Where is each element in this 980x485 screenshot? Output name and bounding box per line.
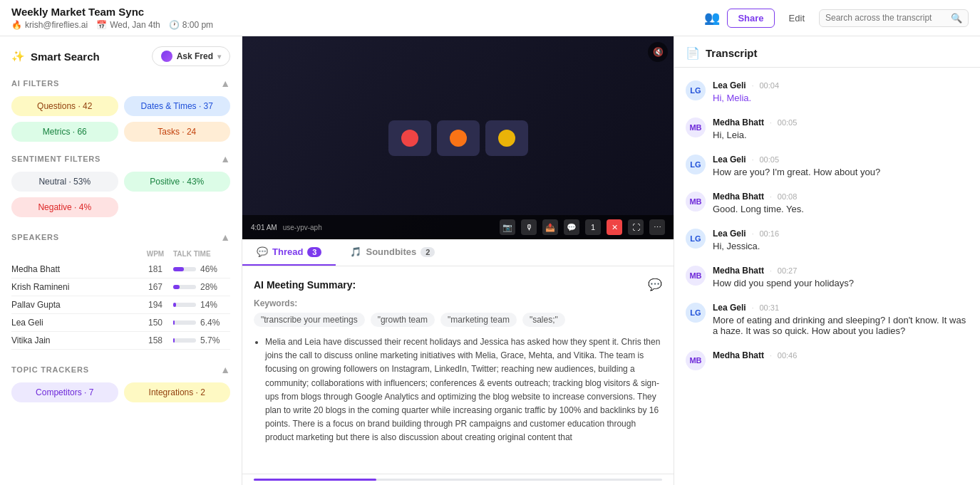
entry-name: Lea Geli — [713, 229, 746, 239]
chevron-down-icon: ▾ — [217, 53, 221, 61]
transcript-entry: LG Lea Geli · 00:16 Hi, Jessica. — [674, 221, 980, 259]
summary-list-item: Melia and Leia have discussed their rece… — [265, 335, 662, 445]
video-ctrl-cam[interactable]: 📷 — [500, 219, 515, 235]
entry-header: Medha Bhatt · 00:08 — [713, 192, 969, 202]
speaker-wpm-pallav: 194 — [138, 300, 173, 310]
video-ctrl-mic[interactable]: 🎙 — [521, 219, 537, 235]
tasks-filter-chip[interactable]: Tasks · 24 — [124, 122, 231, 142]
summary-body: Melia and Leia have discussed their rece… — [254, 335, 662, 445]
transcript-entry: MB Medha Bhatt · 00:27 How did you spend… — [674, 259, 980, 296]
speaker-row-lea: Lea Geli 150 6.4% — [11, 314, 230, 332]
transcript-search-bar: 🔍 — [819, 9, 969, 27]
ai-filters-title: AI FILTERS — [11, 79, 59, 88]
meta-user: 🔥 krish@fireflies.ai — [11, 20, 88, 30]
entry-dot: · — [752, 230, 754, 238]
topic-trackers-collapse-btn[interactable]: ▲ — [220, 364, 230, 375]
topic-trackers-header: TOPIC TRACKERS ▲ — [11, 360, 230, 380]
wpm-col-header: WPM — [138, 250, 173, 258]
speaker-talk-krish: 28% — [173, 282, 230, 292]
entry-content: Medha Bhatt · 00:27 How did you spend yo… — [713, 266, 969, 288]
competitors-topic-chip[interactable]: Competitors · 7 — [11, 382, 118, 402]
share-button[interactable]: Share — [727, 9, 774, 28]
speaker-name-krish: Krish Ramineni — [11, 282, 138, 292]
entry-content: Lea Geli · 00:16 Hi, Jessica. — [713, 229, 969, 251]
sentiment-filters-title: SENTIMENT FILTERS — [11, 155, 100, 163]
smart-search-header: ✨ Smart Search Ask Fred ▾ — [0, 36, 242, 73]
entry-header: Medha Bhatt · 00:27 — [713, 266, 969, 276]
ai-filters-collapse-btn[interactable]: ▲ — [220, 78, 230, 89]
transcript-entry: LG Lea Geli · 00:05 How are you? I'm gre… — [674, 147, 980, 184]
entry-dot: · — [752, 156, 754, 164]
entry-text: How did you spend your holidays? — [713, 278, 969, 288]
thread-tab[interactable]: 💬 Thread 3 — [242, 239, 336, 266]
metrics-filter-chip[interactable]: Metrics · 66 — [11, 122, 118, 142]
keyword-chip-2: "growth team — [371, 313, 435, 327]
progress-bar-row — [242, 474, 674, 485]
mute-button[interactable]: 🔇 — [648, 42, 668, 62]
entry-dot: · — [752, 304, 754, 312]
top-bar-meta: 🔥 krish@fireflies.ai 📅 Wed, Jan 4th 🕐 8:… — [11, 20, 213, 30]
transcript-search-input[interactable] — [825, 13, 947, 23]
questions-filter-chip[interactable]: Questions · 42 — [11, 96, 118, 116]
speaker-talk-lea: 6.4% — [173, 318, 230, 328]
speaker-wpm-vitika: 158 — [138, 335, 173, 345]
neutral-sentiment-chip[interactable]: Neutral · 53% — [11, 172, 118, 192]
entry-content: Lea Geli · 00:05 How are you? I'm great.… — [713, 155, 969, 177]
edit-button[interactable]: Edit — [782, 9, 812, 27]
entry-dot: · — [770, 193, 772, 201]
thread-icon: 💬 — [257, 246, 268, 257]
speaker-talk-vitika: 5.7% — [173, 335, 230, 345]
search-icon: 🔍 — [951, 13, 962, 24]
speaker-name-pallav: Pallav Gupta — [11, 300, 138, 310]
dates-times-filter-chip[interactable]: Dates & Times · 37 — [124, 96, 231, 116]
avatar: LG — [686, 80, 706, 100]
smart-search-label: ✨ Smart Search — [11, 50, 100, 63]
speaker-talk-pallav: 14% — [173, 300, 230, 310]
speakers-section: SPEAKERS ▲ WPM TALK TIME Medha Bhatt 181… — [0, 224, 242, 357]
entry-name: Lea Geli — [713, 80, 746, 90]
video-ctrl-end[interactable]: ✕ — [607, 219, 622, 235]
transcript-title: Transcript — [706, 47, 758, 59]
entry-name: Medha Bhatt — [713, 350, 764, 360]
video-ctrl-participants[interactable]: 1 — [585, 219, 601, 235]
ai-filters-header: AI FILTERS ▲ — [0, 73, 242, 93]
speaker-row-krish: Krish Ramineni 167 28% — [11, 278, 230, 296]
entry-name: Medha Bhatt — [713, 118, 764, 127]
speaker-wpm-medha: 181 — [138, 264, 173, 274]
keywords-row: "transcribe your meetings "growth team "… — [254, 313, 662, 327]
keyword-chip-3: "marketing team — [440, 313, 517, 327]
negative-sentiment-chip[interactable]: Negative · 4% — [11, 197, 118, 217]
page-title: Weekly Market Team Sync — [11, 6, 213, 18]
ask-fred-button[interactable]: Ask Fred ▾ — [152, 46, 230, 66]
entry-header: Lea Geli · 00:05 — [713, 155, 969, 165]
entry-header: Medha Bhatt · 00:46 — [713, 350, 969, 360]
video-ctrl-fullscreen[interactable]: ⛶ — [628, 219, 644, 235]
entry-dot: · — [752, 82, 754, 90]
clock-icon: 🕐 — [169, 20, 180, 30]
entry-time: 00:05 — [778, 118, 798, 127]
main-layout: ✨ Smart Search Ask Fred ▾ AI FILTERS ▲ Q… — [0, 36, 980, 485]
speaker-row-vitika: Vitika Jain 158 5.7% — [11, 332, 230, 350]
entry-header: Lea Geli · 00:04 — [713, 80, 969, 90]
speaker-talk-medha: 46% — [173, 264, 230, 274]
sentiment-filters-collapse-btn[interactable]: ▲ — [220, 153, 230, 165]
speaker-row-pallav: Pallav Gupta 194 14% — [11, 296, 230, 314]
keyword-chip-1: "transcribe your meetings — [254, 313, 365, 327]
entry-content: Medha Bhatt · 00:05 Hi, Leia. — [713, 118, 969, 140]
positive-sentiment-chip[interactable]: Positive · 43% — [124, 172, 231, 192]
summary-menu-button[interactable]: 💬 — [648, 278, 662, 291]
integrations-topic-chip[interactable]: Integrations · 2 — [124, 382, 231, 402]
speaker-wpm-krish: 167 — [138, 282, 173, 292]
speakers-collapse-btn[interactable]: ▲ — [220, 231, 230, 243]
soundbites-tab[interactable]: 🎵 Soundbites 2 — [336, 239, 449, 266]
entry-header: Lea Geli · 00:16 — [713, 229, 969, 239]
video-ctrl-more[interactable]: ⋯ — [649, 219, 665, 235]
soundbites-tab-label: Soundbites — [366, 246, 416, 257]
video-ctrl-share[interactable]: 📤 — [542, 219, 558, 235]
speaker-wpm-lea: 150 — [138, 318, 173, 328]
video-ctrl-chat[interactable]: 💬 — [564, 219, 579, 235]
speakers-header: SPEAKERS ▲ — [11, 227, 230, 247]
avatar: MB — [686, 118, 706, 137]
entry-dot: · — [770, 352, 772, 360]
summary-title: AI Meeting Summary: — [254, 279, 356, 291]
